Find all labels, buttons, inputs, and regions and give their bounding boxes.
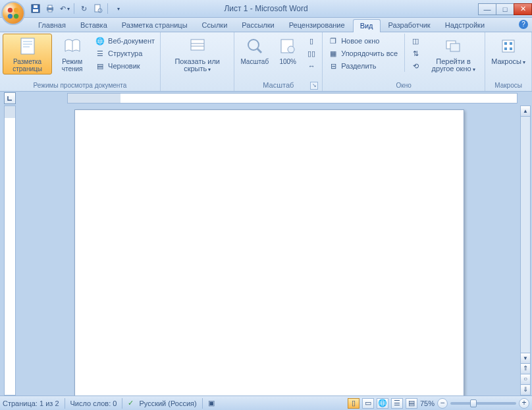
one-page-icon: ▯ [306, 36, 317, 46]
print-preview-icon[interactable] [93, 3, 103, 14]
view-draft-icon[interactable]: ▤ [406, 398, 417, 409]
print-layout-icon [17, 36, 38, 57]
view-print-layout-icon[interactable]: ▯ [348, 398, 359, 409]
document-scroll[interactable] [18, 105, 532, 395]
reading-layout-button[interactable]: Режим чтения [53, 34, 91, 74]
view-side-by-side-button[interactable]: ◫ [408, 35, 423, 47]
new-window-button[interactable]: ❐Новое окно [325, 35, 400, 47]
horizontal-ruler[interactable] [67, 93, 518, 103]
two-pages-button[interactable]: ▯▯ [304, 47, 319, 59]
tab-home[interactable]: Главная [32, 19, 72, 32]
view-reading-icon[interactable]: ▭ [362, 398, 374, 409]
zoom-thumb[interactable] [470, 399, 477, 407]
tab-page-layout[interactable]: Разметка страницы [115, 19, 194, 32]
prev-page-icon[interactable]: ⇑ [521, 363, 530, 374]
show-hide-button[interactable]: Показать или скрыть▾ [163, 34, 231, 75]
svg-rect-8 [48, 5, 52, 8]
reset-position-button[interactable]: ⟲ [408, 60, 423, 72]
ruler-row [0, 92, 532, 105]
arrange-all-button[interactable]: ▦Упорядочить все [325, 47, 400, 59]
group-window-label: Окно [325, 80, 482, 91]
zoom-slider[interactable] [450, 402, 516, 405]
svg-line-21 [257, 49, 261, 53]
svg-rect-26 [502, 40, 514, 52]
group-macros: Макросы▾ Макросы [485, 32, 532, 91]
qat-customize-icon[interactable]: ▾ [113, 3, 124, 14]
window-controls: — □ ✕ [478, 3, 532, 15]
zoom-in-button[interactable]: + [519, 398, 529, 409]
one-page-button[interactable]: ▯ [304, 35, 319, 47]
svg-rect-13 [23, 41, 32, 42]
web-icon: 🌐 [95, 36, 105, 46]
tab-selector-button[interactable] [4, 92, 16, 104]
status-right: ▯ ▭ 🌐 ☰ ▤ 75% − + [348, 398, 529, 409]
svg-rect-10 [95, 5, 100, 12]
spellcheck-icon[interactable]: ✓ [128, 399, 134, 407]
svg-rect-27 [504, 42, 507, 45]
print-layout-button[interactable]: Разметка страницы [3, 34, 52, 74]
tab-addins[interactable]: Надстройки [439, 19, 491, 32]
new-window-label: Новое окно [341, 37, 379, 45]
minimize-button[interactable]: — [478, 3, 496, 15]
zoom-level[interactable]: 75% [420, 399, 435, 407]
group-show-hide-label [163, 80, 231, 91]
group-zoom-label: Масштаб↘ [237, 80, 319, 91]
show-hide-icon [187, 36, 208, 57]
macro-record-icon[interactable]: ▣ [208, 399, 215, 407]
undo-icon[interactable]: ↶▾ [59, 3, 70, 14]
switch-windows-label: Перейти в другое окно▾ [428, 58, 479, 73]
scroll-down-icon[interactable]: ▼ [521, 353, 530, 363]
save-icon[interactable] [30, 3, 41, 14]
view-web-icon[interactable]: 🌐 [377, 398, 388, 409]
status-bar: Страница: 1 из 2 Число слов: 0 ✓ Русский… [0, 395, 532, 410]
svg-rect-25 [450, 44, 460, 51]
tab-view[interactable]: Вид [353, 19, 381, 32]
maximize-button[interactable]: □ [496, 3, 514, 15]
group-window: ❐Новое окно ▦Упорядочить все ⊟Разделить … [323, 32, 485, 91]
split-icon: ⊟ [328, 61, 338, 71]
group-document-views: Разметка страницы Режим чтения 🌐Веб-доку… [0, 32, 161, 91]
vertical-ruler[interactable] [4, 105, 16, 395]
svg-rect-28 [510, 42, 512, 45]
help-icon[interactable]: ? [519, 20, 528, 29]
page-width-button[interactable]: ↔ [304, 60, 319, 72]
status-words[interactable]: Число слов: 0 [70, 399, 117, 407]
sync-scroll-button[interactable]: ⇅ [408, 47, 423, 59]
draft-button[interactable]: ▤Черновик [92, 60, 157, 72]
two-pages-icon: ▯▯ [306, 48, 317, 59]
svg-rect-17 [191, 40, 204, 50]
vertical-scrollbar[interactable]: ▲ ▼ ⇑ ○ ⇓ [520, 105, 531, 395]
tab-developer[interactable]: Разработчик [382, 19, 437, 32]
zoom-launcher-icon[interactable]: ↘ [310, 82, 318, 90]
next-page-icon[interactable]: ⇓ [521, 384, 530, 395]
status-page[interactable]: Страница: 1 из 2 [3, 399, 59, 407]
tab-mailings[interactable]: Рассылки [235, 19, 280, 32]
web-layout-button[interactable]: 🌐Веб-документ [92, 35, 157, 47]
status-language[interactable]: Русский (Россия) [139, 399, 196, 407]
arrange-icon: ▦ [328, 48, 338, 59]
tab-review[interactable]: Рецензирование [282, 19, 352, 32]
zoom-100-button[interactable]: 100% [273, 34, 302, 67]
zoom-100-icon [277, 36, 298, 57]
view-outline-icon[interactable]: ☰ [391, 398, 403, 409]
redo-icon[interactable]: ↻ [78, 3, 89, 14]
separator [107, 3, 108, 14]
arrange-label: Упорядочить все [341, 49, 398, 57]
svg-point-0 [8, 8, 13, 13]
tab-references[interactable]: Ссылки [196, 19, 234, 32]
split-button[interactable]: ⊟Разделить [325, 60, 400, 72]
document-page[interactable] [74, 109, 464, 395]
scroll-up-icon[interactable]: ▲ [521, 106, 530, 117]
close-button[interactable]: ✕ [514, 3, 532, 15]
switch-windows-button[interactable]: Перейти в другое окно▾ [425, 34, 482, 75]
separator [65, 398, 65, 409]
zoom-out-button[interactable]: − [437, 398, 448, 409]
quick-print-icon[interactable] [45, 3, 55, 14]
zoom-button[interactable]: Масштаб [237, 34, 272, 67]
office-button[interactable] [1, 1, 25, 25]
outline-button[interactable]: ☰Структура [92, 47, 157, 59]
tab-insert[interactable]: Вставка [74, 19, 114, 32]
macros-button[interactable]: Макросы▾ [488, 34, 529, 68]
browse-object-icon[interactable]: ○ [521, 374, 530, 384]
group-views-label: Режимы просмотра документа [3, 80, 157, 91]
